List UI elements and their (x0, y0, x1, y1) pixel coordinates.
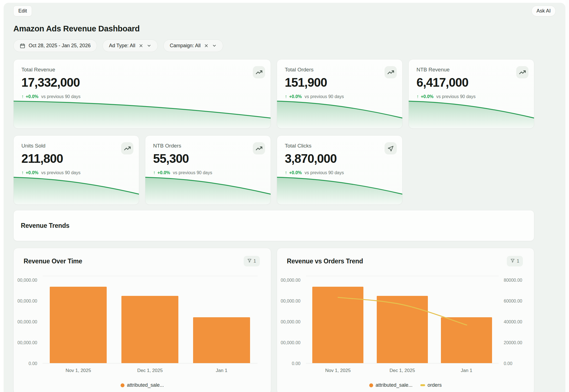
kpi-label: NTB Orders (153, 143, 263, 149)
kpi-delta-pct: +0.0% (26, 94, 39, 99)
y-axis-tick: 00,000.00 (4, 299, 37, 304)
arrow-up-icon: ↑ (153, 170, 156, 176)
arrow-up-icon: ↑ (416, 94, 419, 99)
x-axis-label: Jan 1 (461, 368, 472, 373)
campaign-label: Campaign: All (170, 43, 201, 49)
kpi-value: 151,900 (285, 76, 395, 89)
scrollbar-gutter[interactable] (565, 0, 569, 392)
y2-axis-tick: 60000.00 (504, 299, 522, 304)
y-axis-tick: 00,000.00 (4, 278, 37, 283)
kpi-value: 17,332,000 (21, 76, 263, 89)
clear-filter-icon[interactable] (139, 43, 143, 48)
kpi-delta: ↑+0.0%vs previous 90 days (21, 94, 263, 99)
kpi-card-total-revenue: Total Revenue17,332,000↑+0.0%vs previous… (13, 59, 271, 129)
dashboard-page: Edit Ask AI Amazon Ads Revenue Dashboard… (4, 3, 565, 392)
filter-badge[interactable]: 1 (244, 256, 260, 266)
ad-type-filter[interactable]: Ad Type: All (103, 39, 158, 52)
y-axis-tick: 00,000.00 (4, 340, 37, 345)
bar-dec-1-2025[interactable] (121, 296, 178, 363)
x-axis-labels: Nov 1, 2025Dec 1, 2025Jan 1 (43, 368, 258, 374)
kpi-label: Total Orders (285, 67, 395, 73)
kpi-card-total-orders: Total Orders151,900↑+0.0%vs previous 90 … (277, 59, 403, 129)
filter-badge[interactable]: 1 (507, 256, 523, 266)
legend-item-attributed-sale-[interactable]: attributed_sale... (121, 382, 164, 388)
kpi-label: Total Clicks (285, 143, 395, 149)
kpi-delta-note: vs previous 90 days (41, 94, 80, 99)
chart-title: Revenue Over Time (24, 258, 82, 265)
kpi-label: Units Sold (21, 143, 131, 149)
y-axis-tick: 00,000.00 (267, 340, 301, 345)
kpi-delta-pct: +0.0% (289, 94, 302, 99)
chevron-down-icon[interactable] (212, 43, 217, 48)
revenue-trends-panel: Revenue Trends (13, 210, 534, 241)
date-range-filter[interactable]: Oct 28, 2025 - Jan 25, 2026 (13, 39, 97, 52)
ad-type-label: Ad Type: All (109, 43, 135, 49)
y-axis-tick: 0.00 (267, 361, 301, 366)
kpi-label: NTB Revenue (416, 67, 526, 73)
x-axis-label: Jan 1 (216, 368, 228, 373)
kpi-value: 55,300 (153, 152, 263, 166)
chart-title: Revenue vs Orders Trend (287, 258, 363, 265)
campaign-filter[interactable]: Campaign: All (163, 39, 223, 52)
filter-count: 1 (517, 259, 519, 264)
kpi-delta-note: vs previous 90 days (173, 170, 212, 175)
kpi-delta-note: vs previous 90 days (41, 170, 80, 175)
y2-axis-tick: 0.00 (504, 361, 512, 366)
kpi-delta-note: vs previous 90 days (436, 94, 475, 99)
funnel-icon (510, 258, 515, 264)
y-axis-tick: 00,000.00 (267, 278, 301, 283)
kpi-sparkline (277, 176, 403, 205)
ask-ai-button[interactable]: Ask AI (531, 6, 556, 16)
chevron-down-icon[interactable] (147, 43, 151, 48)
x-axis-label: Dec 1, 2025 (137, 368, 163, 373)
kpi-value: 3,870,000 (285, 152, 395, 166)
legend-marker (369, 383, 373, 387)
bar-jan-1[interactable] (193, 317, 250, 363)
x-axis-label: Dec 1, 2025 (390, 368, 415, 373)
calendar-icon (20, 43, 25, 49)
kpi-delta: ↑+0.0%vs previous 90 days (153, 170, 263, 176)
kpi-card-ntb-orders: NTB Orders55,300↑+0.0%vs previous 90 day… (145, 135, 271, 205)
trending-up-icon (253, 142, 265, 154)
chart-legend: attributed_sale... (14, 382, 271, 388)
chart-header: Revenue vs Orders Trend 1 (277, 256, 534, 269)
mouse-pointer-icon (385, 142, 397, 154)
kpi-label: Total Revenue (21, 67, 263, 73)
top-bar: Edit Ask AI (13, 4, 556, 18)
chart-revenue-over-time: Revenue Over Time 1 00,000.0000,000.0000… (13, 248, 271, 392)
kpi-delta: ↑+0.0%vs previous 90 days (285, 170, 395, 176)
kpi-delta-pct: +0.0% (158, 170, 170, 175)
kpi-delta-pct: +0.0% (26, 170, 39, 175)
legend-item-attributed-sale-[interactable]: attributed_sale... (369, 382, 413, 388)
y-axis-tick: 00,000.00 (267, 299, 301, 304)
legend-marker (420, 384, 425, 386)
legend-label: attributed_sale... (127, 382, 164, 388)
clear-filter-icon[interactable] (204, 43, 209, 48)
bar-nov-1-2025[interactable] (50, 287, 107, 363)
edit-button[interactable]: Edit (13, 6, 32, 16)
trending-up-icon (516, 66, 528, 78)
filter-count: 1 (254, 259, 256, 264)
y2-axis-tick: 80000.00 (504, 278, 522, 283)
arrow-up-icon: ↑ (21, 94, 24, 99)
kpi-value: 6,417,000 (416, 76, 526, 89)
kpi-delta: ↑+0.0%vs previous 90 days (416, 94, 526, 99)
arrow-up-icon: ↑ (21, 170, 24, 176)
kpi-delta-pct: +0.0% (289, 170, 302, 175)
legend-label: attributed_sale... (376, 382, 413, 388)
y-axis-tick: 00,000.00 (267, 319, 301, 324)
plot-area: 00,000.0000,000.0000,000.0000,000.000.00… (306, 276, 499, 363)
main-content: Total Revenue17,332,000↑+0.0%vs previous… (13, 59, 534, 392)
kpi-sparkline (408, 100, 534, 129)
y-axis-tick: 0.00 (4, 361, 37, 366)
legend-item-orders[interactable]: orders (420, 382, 442, 388)
kpi-card-ntb-revenue: NTB Revenue6,417,000↑+0.0%vs previous 90… (408, 59, 534, 129)
kpi-delta-pct: +0.0% (421, 94, 434, 99)
y2-axis-tick: 40000.00 (504, 319, 522, 324)
kpi-sparkline (145, 176, 271, 205)
legend-label: orders (428, 382, 442, 388)
orders-line (306, 276, 499, 363)
chart-revenue-vs-orders: Revenue vs Orders Trend 1 00,000.0000,00… (277, 248, 535, 392)
y2-axis-tick: 20000.00 (504, 340, 522, 345)
kpi-sparkline (13, 176, 139, 205)
